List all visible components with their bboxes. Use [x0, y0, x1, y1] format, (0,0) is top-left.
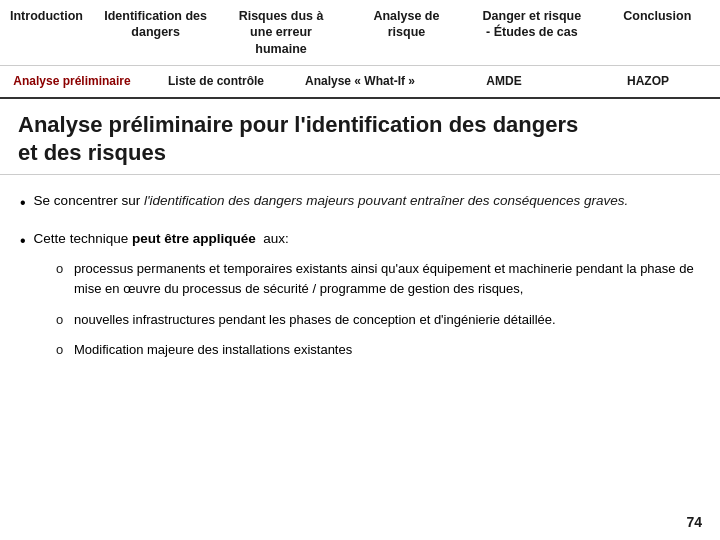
- nav-item-conclusion[interactable]: Conclusion: [595, 0, 720, 65]
- content-area: • Se concentrer sur l'identification des…: [0, 185, 720, 360]
- bullet-marker-1: •: [20, 191, 26, 215]
- bullet-marker-2: •: [20, 229, 26, 253]
- bullet-text-1: Se concentrer sur l'identification des d…: [34, 191, 629, 211]
- page-number: 74: [686, 514, 702, 530]
- nav-item-analyse-risque[interactable]: Analyse de risque: [344, 0, 469, 65]
- nav-bar-2: Analyse préliminaire Liste de contrôle A…: [0, 66, 720, 100]
- nav-item-analyse-whatif[interactable]: Analyse « What-If »: [288, 70, 432, 94]
- bullet-text-2: Cette technique peut être appliquée aux:: [34, 229, 289, 249]
- nav-item-liste-controle[interactable]: Liste de contrôle: [144, 70, 288, 94]
- nav-item-amde[interactable]: AMDE: [432, 70, 576, 94]
- sub-bullet-item-3: Modification majeure des installations e…: [56, 340, 700, 360]
- nav-item-danger-risque[interactable]: Danger et risque - Études de cas: [469, 0, 594, 65]
- nav-item-identification[interactable]: Identification des dangers: [93, 0, 218, 65]
- nav-item-risques-humaine[interactable]: Risques dus à une erreur humaine: [218, 0, 343, 65]
- sub-bullet-list: processus permanents et temporaires exis…: [20, 259, 700, 360]
- bullet-item-1: • Se concentrer sur l'identification des…: [20, 191, 700, 215]
- nav-item-introduction[interactable]: Introduction: [0, 0, 93, 65]
- sub-bullet-item-2: nouvelles infrastructures pendant les ph…: [56, 310, 700, 330]
- sub-bullet-item-1: processus permanents et temporaires exis…: [56, 259, 700, 299]
- nav-item-analyse-prel[interactable]: Analyse préliminaire: [0, 70, 144, 94]
- nav-bar-1: Introduction Identification des dangers …: [0, 0, 720, 66]
- bullet-item-2: • Cette technique peut être appliquée au…: [20, 229, 700, 360]
- main-heading: Analyse préliminaire pour l'identificati…: [0, 99, 720, 175]
- nav-item-hazop[interactable]: HAZOP: [576, 70, 720, 94]
